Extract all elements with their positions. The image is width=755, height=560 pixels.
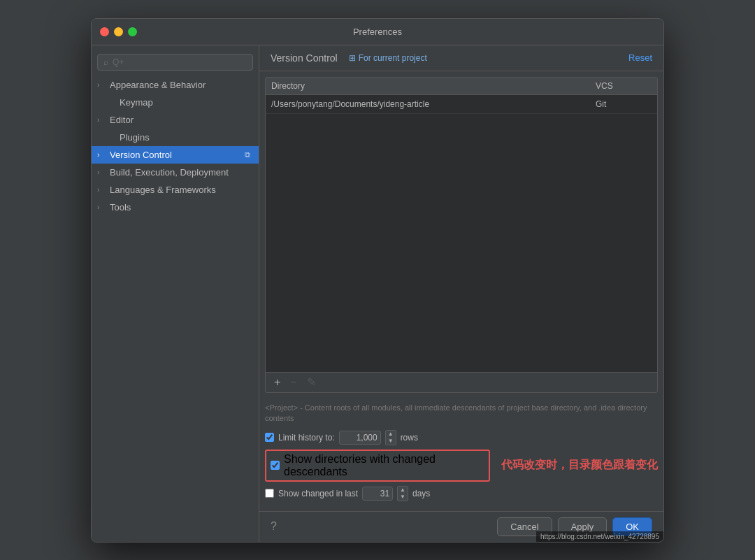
show-changed-text: Show changed in last (278, 489, 358, 498)
show-directories-row: Show directories with changed descendant… (265, 450, 658, 482)
col-header-vcs: VCS (596, 81, 652, 91)
project-note: <Project> - Content roots of all modules… (265, 403, 658, 424)
limit-history-input[interactable] (339, 431, 381, 445)
show-changed-label[interactable]: Show changed in last (265, 489, 358, 498)
maximize-button[interactable] (128, 27, 137, 36)
show-changed-input[interactable] (362, 487, 393, 501)
copy-icon: ⧉ (245, 150, 250, 159)
table-header: Directory VCS (266, 78, 657, 95)
table-body: /Users/ponytang/Documents/yideng-article… (266, 95, 657, 372)
dialog-body: ⌕ › Appearance & Behavior Keymap › Edito… (92, 45, 663, 542)
panel-title: Version Control (271, 52, 338, 64)
show-directories-highlight: Show directories with changed descendant… (265, 450, 490, 482)
show-changed-checkbox[interactable] (265, 489, 274, 498)
row-directory: /Users/ponytang/Documents/yideng-article (271, 99, 596, 109)
table-row[interactable]: /Users/ponytang/Documents/yideng-article… (266, 95, 657, 114)
sidebar-item-label: Version Control (110, 150, 242, 160)
sidebar-item-label: Tools (110, 202, 250, 213)
main-header: Version Control ⊞ For current project Re… (259, 45, 663, 71)
vcs-table: Directory VCS /Users/ponytang/Documents/… (265, 77, 658, 393)
title-bar: Preferences (92, 19, 663, 45)
sidebar-item-build[interactable]: › Build, Execution, Deployment (92, 164, 259, 181)
limit-history-unit: rows (401, 433, 418, 443)
dialog-title: Preferences (353, 27, 402, 37)
chevron-right-icon: › (97, 116, 107, 124)
spinner-down-2[interactable]: ▼ (398, 494, 408, 501)
add-button[interactable]: + (271, 375, 283, 389)
minimize-button[interactable] (114, 27, 123, 36)
sidebar-item-label: Languages & Frameworks (110, 185, 250, 195)
project-icon: ⊞ (349, 53, 356, 63)
bottom-bar: ? Cancel Apply OK https://blog.csdn.net/… (259, 511, 663, 542)
sidebar-item-label: Appearance & Behavior (110, 80, 250, 90)
remove-button[interactable]: − (287, 375, 299, 389)
limit-history-checkbox[interactable] (265, 433, 274, 442)
show-directories-checkbox[interactable] (271, 461, 280, 470)
sidebar-item-plugins[interactable]: Plugins (92, 129, 259, 146)
col-header-directory: Directory (271, 81, 596, 91)
sidebar-item-label: Plugins (120, 132, 250, 143)
reset-button[interactable]: Reset (628, 52, 652, 63)
limit-history-spinner: ▲ ▼ (385, 430, 396, 445)
limit-history-text: Limit history to: (278, 433, 335, 443)
limit-history-label[interactable]: Limit history to: (265, 433, 335, 443)
spinner-up-2[interactable]: ▲ (398, 487, 408, 494)
show-directories-annotation: 代码改变时，目录颜色跟着变化 (501, 458, 658, 473)
sidebar-item-label: Editor (110, 115, 250, 125)
spinner-down[interactable]: ▼ (386, 438, 396, 445)
sidebar-item-label: Keymap (120, 97, 250, 108)
options-area: <Project> - Content roots of all modules… (259, 399, 663, 511)
main-panel: Version Control ⊞ For current project Re… (259, 45, 663, 542)
sidebar-item-keymap[interactable]: Keymap (92, 94, 259, 111)
for-current-project: ⊞ For current project (349, 53, 427, 63)
sidebar-item-tools[interactable]: › Tools (92, 199, 259, 216)
help-button[interactable]: ? (271, 520, 277, 533)
sidebar-item-languages[interactable]: › Languages & Frameworks (92, 181, 259, 199)
chevron-right-icon: › (97, 151, 107, 159)
show-changed-spinner: ▲ ▼ (397, 486, 408, 501)
search-input[interactable] (113, 57, 247, 67)
traffic-lights (100, 27, 137, 36)
search-box[interactable]: ⌕ (97, 54, 253, 71)
table-toolbar: + − ✎ (266, 372, 657, 392)
chevron-right-icon: › (97, 203, 107, 211)
sidebar-item-editor[interactable]: › Editor (92, 111, 259, 129)
row-vcs: Git (596, 99, 652, 109)
show-directories-label: Show directories with changed descendant… (284, 453, 484, 478)
show-changed-unit: days (412, 489, 430, 498)
edit-button[interactable]: ✎ (304, 375, 319, 389)
close-button[interactable] (100, 27, 109, 36)
sidebar-item-version-control[interactable]: › Version Control ⧉ (92, 146, 259, 164)
limit-history-row: Limit history to: ▲ ▼ rows (265, 430, 658, 445)
spinner-up[interactable]: ▲ (386, 431, 396, 438)
chevron-right-icon: › (97, 186, 107, 194)
preferences-dialog: Preferences ⌕ › Appearance & Behavior Ke… (91, 18, 664, 543)
chevron-right-icon: › (97, 81, 107, 89)
chevron-right-icon: › (97, 168, 107, 176)
sidebar-item-appearance[interactable]: › Appearance & Behavior (92, 76, 259, 94)
url-bar: https://blog.csdn.net/weixin_42728895 (536, 531, 663, 542)
sidebar-item-label: Build, Execution, Deployment (110, 167, 250, 178)
search-icon: ⌕ (103, 57, 108, 67)
for-current-project-label: For current project (359, 53, 427, 63)
sidebar: ⌕ › Appearance & Behavior Keymap › Edito… (92, 45, 259, 542)
show-changed-row: Show changed in last ▲ ▼ days (265, 486, 658, 501)
